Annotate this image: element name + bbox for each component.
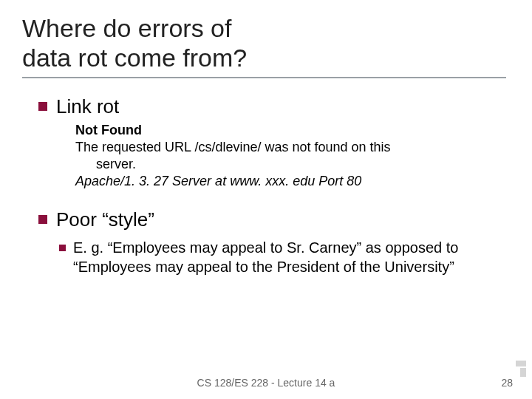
slide-title: Where do errors of data rot come from? xyxy=(22,13,511,72)
not-found-msg-line2: server. xyxy=(75,156,511,173)
link-rot-detail: Not Found The requested URL /cs/dlevine/… xyxy=(75,122,511,190)
bullet-link-rot: Link rot xyxy=(38,95,511,119)
square-bullet-icon xyxy=(38,215,47,224)
title-underline xyxy=(22,77,506,78)
poor-style-example-text: E. g. “Employees may appeal to Sr. Carne… xyxy=(73,239,511,276)
corner-accent-icon xyxy=(516,361,526,366)
server-signature: Apache/1. 3. 27 Server at www. xxx. edu … xyxy=(75,174,361,188)
bullet-link-rot-label: Link rot xyxy=(56,95,119,119)
bullet-poor-style-example: E. g. “Employees may appeal to Sr. Carne… xyxy=(59,239,511,276)
not-found-heading: Not Found xyxy=(75,123,142,137)
title-line-2: data rot come from? xyxy=(22,44,247,72)
title-line-1: Where do errors of xyxy=(22,14,231,42)
footer-center-text: CS 128/ES 228 - Lecture 14 a xyxy=(0,377,532,389)
slide: Where do errors of data rot come from? L… xyxy=(0,0,532,399)
bullet-poor-style-label: Poor “style” xyxy=(56,208,154,232)
square-bullet-icon xyxy=(38,102,47,111)
square-bullet-icon xyxy=(59,245,66,251)
page-number: 28 xyxy=(501,377,513,389)
slide-content: Link rot Not Found The requested URL /cs… xyxy=(22,95,511,276)
poor-style-nested: E. g. “Employees may appeal to Sr. Carne… xyxy=(59,239,511,276)
not-found-msg-line1: The requested URL /cs/dlevine/ was not f… xyxy=(75,140,391,154)
bullet-poor-style: Poor “style” xyxy=(38,208,511,232)
